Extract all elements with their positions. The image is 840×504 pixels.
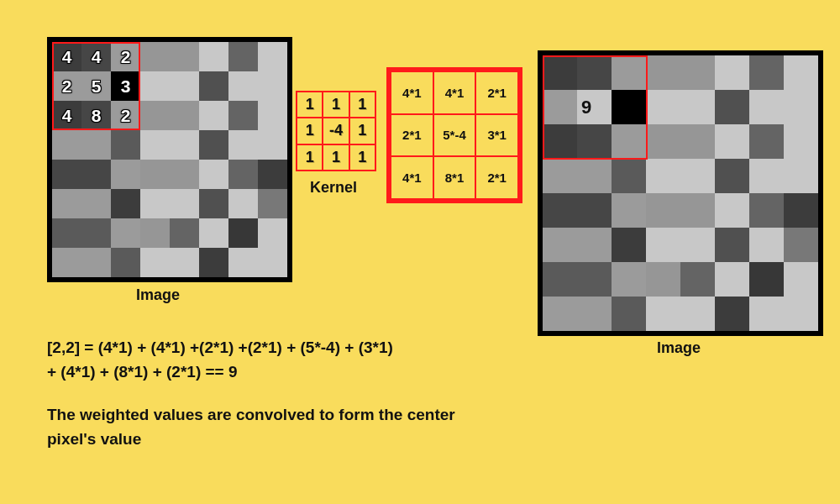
- pixel-cell: [543, 124, 577, 159]
- pixel-cell: [228, 130, 258, 160]
- pixel-cell: [749, 159, 784, 193]
- pixel-cell: [680, 297, 715, 331]
- pixel-cell: [52, 42, 81, 71]
- pixel-cell: [228, 218, 258, 248]
- pixel-cell: [52, 218, 81, 248]
- pixel-cell: [258, 160, 287, 189]
- pixel-cell: [646, 90, 680, 124]
- equation-text: [2,2] = (4*1) + (4*1) +(2*1) +(2*1) + (5…: [47, 336, 393, 384]
- pixel-cell: [715, 124, 749, 159]
- pixel-cell: [228, 71, 258, 101]
- equation-line-2: + (4*1) + (8*1) + (2*1) == 9: [47, 363, 238, 381]
- pixel-cell: [81, 218, 111, 248]
- pixel-cell: [715, 297, 749, 331]
- pixel-cell: [646, 159, 680, 193]
- pixel-cell: [52, 130, 81, 160]
- pixel-cell: [577, 297, 612, 331]
- pixel-cell: [140, 130, 170, 160]
- equation-line-1: [2,2] = (4*1) + (4*1) +(2*1) +(2*1) + (5…: [47, 339, 393, 356]
- pixel-cell: [228, 42, 258, 71]
- pixel-cell: [140, 71, 170, 101]
- pixel-cell: [81, 189, 111, 218]
- pixel-cell: [577, 159, 612, 193]
- pixel-cell: [543, 262, 577, 297]
- kernel-cell: 1: [350, 118, 375, 143]
- pixel-cell: [715, 55, 749, 90]
- pixel-cell: [199, 71, 228, 101]
- pixel-cell: [749, 124, 784, 159]
- kernel-cell: 1: [297, 145, 322, 170]
- calc-cell: 5*-4: [434, 115, 475, 156]
- pixel-cell: [784, 90, 818, 124]
- pixel-cell: [170, 71, 199, 101]
- calc-cell: 8*1: [434, 157, 475, 198]
- pixel-cell: [749, 55, 784, 90]
- pixel-cell: [543, 90, 577, 124]
- pixel-cell: [749, 297, 784, 331]
- kernel-cell: 1: [323, 92, 348, 117]
- pixel-cell: [258, 71, 287, 101]
- pixel-cell: [784, 193, 818, 228]
- result-image-label: Image: [657, 339, 701, 357]
- pixel-cell: [612, 228, 646, 262]
- kernel-label: Kernel: [310, 179, 357, 197]
- pixel-cell: [111, 189, 140, 218]
- pixel-cell: [170, 248, 199, 277]
- pixel-cell: [52, 189, 81, 218]
- pixel-cell: [81, 248, 111, 277]
- pixel-cell: [111, 130, 140, 160]
- result-center-value: 9: [581, 97, 591, 118]
- pixel-cell: [52, 101, 81, 130]
- kernel-grid: 1111-41111: [296, 91, 376, 171]
- pixel-cell: [199, 248, 228, 277]
- pixel-cell: [680, 159, 715, 193]
- pixel-cell: [52, 71, 81, 101]
- calc-cell: 3*1: [476, 115, 517, 156]
- pixel-cell: [680, 193, 715, 228]
- pixel-cell: [612, 193, 646, 228]
- pixel-cell: [543, 297, 577, 331]
- pixel-cell: [577, 55, 612, 90]
- pixel-cell: [140, 189, 170, 218]
- pixel-cell: [543, 159, 577, 193]
- kernel-cell: 1: [297, 92, 322, 117]
- pixel-cell: [228, 248, 258, 277]
- pixel-cell: [228, 101, 258, 130]
- calc-cell: 4*1: [391, 72, 433, 113]
- pixel-cell: [81, 160, 111, 189]
- pixel-cell: [258, 101, 287, 130]
- pixel-cell: [646, 262, 680, 297]
- pixel-cell: [680, 90, 715, 124]
- calc-cell: 4*1: [391, 157, 433, 198]
- pixel-cell: [228, 160, 258, 189]
- pixel-cell: [199, 101, 228, 130]
- pixel-cell: [111, 71, 140, 101]
- pixel-cell: [784, 297, 818, 331]
- source-image-grid: [47, 37, 292, 282]
- pixel-cell: [646, 297, 680, 331]
- calculation-grid: 4*14*12*12*15*-43*14*18*12*1: [386, 67, 522, 203]
- kernel-cell: 1: [297, 118, 322, 143]
- pixel-cell: [170, 101, 199, 130]
- pixel-cell: [577, 193, 612, 228]
- pixel-cell: [612, 262, 646, 297]
- pixel-cell: [543, 55, 577, 90]
- pixel-cell: [111, 218, 140, 248]
- pixel-cell: [140, 160, 170, 189]
- pixel-cell: [199, 130, 228, 160]
- pixel-cell: [715, 262, 749, 297]
- pixel-cell: [680, 55, 715, 90]
- pixel-cell: [170, 42, 199, 71]
- pixel-cell: [81, 71, 111, 101]
- result-image-grid: [538, 50, 823, 336]
- pixel-cell: [680, 228, 715, 262]
- pixel-cell: [577, 228, 612, 262]
- pixel-cell: [199, 218, 228, 248]
- pixel-cell: [749, 90, 784, 124]
- pixel-cell: [543, 228, 577, 262]
- pixel-cell: [749, 262, 784, 297]
- pixel-cell: [199, 160, 228, 189]
- pixel-cell: [258, 189, 287, 218]
- pixel-cell: [612, 297, 646, 331]
- pixel-cell: [258, 42, 287, 71]
